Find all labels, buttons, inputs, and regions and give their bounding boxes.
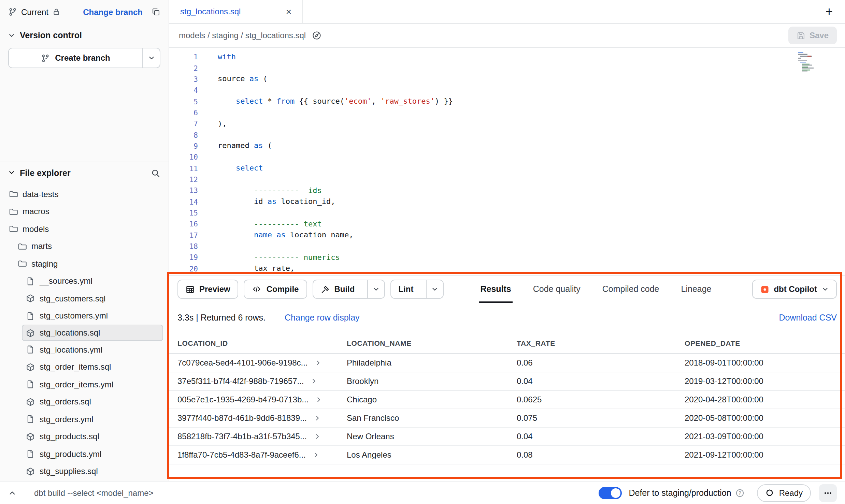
cell-location-id[interactable]: 37e5f311-b7f4-4f2f-988b-719657... bbox=[169, 372, 339, 390]
help-icon[interactable]: ? bbox=[735, 488, 745, 498]
cell[interactable]: 2018-09-01T00:00:00 bbox=[676, 353, 845, 372]
table-row[interactable]: 005e7e1c-1935-4269-b479-0713b...Chicago0… bbox=[169, 390, 845, 409]
cell[interactable]: 2020-04-28T00:00:00 bbox=[676, 390, 845, 409]
cell[interactable]: 0.0625 bbox=[509, 390, 676, 409]
cell[interactable]: 2021-09-12T00:00:00 bbox=[676, 445, 845, 464]
minimap[interactable] bbox=[797, 51, 820, 72]
cell[interactable]: Brooklyn bbox=[339, 372, 509, 390]
build-options-button[interactable] bbox=[367, 280, 384, 298]
ready-status-button[interactable]: Ready bbox=[757, 484, 811, 502]
expand-cell-icon[interactable] bbox=[315, 359, 321, 366]
tab-stg-locations-sql[interactable]: stg_locations.sql × bbox=[169, 0, 303, 23]
cell[interactable]: Los Angeles bbox=[339, 445, 509, 464]
code-line-6[interactable]: 6 bbox=[169, 107, 845, 118]
table-row[interactable]: 1f8ffa70-7cb5-4d83-8a7f-9aceef6...Los An… bbox=[169, 445, 845, 464]
tree-item-stg_customers.yml[interactable]: stg_customers.yml bbox=[0, 307, 163, 325]
lint-button[interactable]: Lint bbox=[391, 280, 421, 298]
command-input[interactable]: dbt build --select <model_name> bbox=[34, 488, 154, 498]
tree-item-stg_locations.yml[interactable]: stg_locations.yml bbox=[0, 341, 163, 358]
tree-item-stg_products.yml[interactable]: stg_products.yml bbox=[0, 445, 163, 463]
version-control-header[interactable]: Version control bbox=[0, 24, 169, 43]
table-row[interactable]: 37e5f311-b7f4-4f2f-988b-719657...Brookly… bbox=[169, 372, 845, 390]
close-tab-icon[interactable]: × bbox=[286, 7, 291, 16]
cell-location-id[interactable]: 3977f440-b87d-461b-9dd6-81839... bbox=[169, 409, 339, 427]
code-line-5[interactable]: 5 select * from {{ source('ecom', 'raw_s… bbox=[169, 96, 845, 107]
panel-tab-compiled-code[interactable]: Compiled code bbox=[591, 276, 670, 303]
code-line-4[interactable]: 4 bbox=[169, 85, 845, 96]
code-line-2[interactable]: 2 bbox=[169, 62, 845, 74]
panel-tab-lineage[interactable]: Lineage bbox=[670, 276, 722, 303]
table-row[interactable]: 858218fb-73f7-4b1b-a31f-57b345...New Orl… bbox=[169, 427, 845, 445]
cell[interactable]: 2021-03-09T00:00:00 bbox=[676, 427, 845, 445]
code-line-17[interactable]: 17 name as location_name, bbox=[169, 229, 845, 241]
cell[interactable]: 0.08 bbox=[509, 445, 676, 464]
preview-button[interactable]: Preview bbox=[177, 280, 239, 299]
code-line-19[interactable]: 19 ---------- numerics bbox=[169, 252, 845, 263]
code-line-13[interactable]: 13 ---------- ids bbox=[169, 185, 845, 196]
defer-toggle[interactable] bbox=[599, 487, 622, 499]
cell[interactable]: 0.06 bbox=[509, 353, 676, 372]
table-row[interactable]: 3977f440-b87d-461b-9dd6-81839...San Fran… bbox=[169, 409, 845, 427]
expand-cell-icon[interactable] bbox=[315, 396, 322, 403]
tree-item-data-tests[interactable]: data-tests bbox=[0, 186, 163, 203]
code-line-15[interactable]: 15 bbox=[169, 207, 845, 219]
code-line-18[interactable]: 18 bbox=[169, 241, 845, 252]
code-editor[interactable]: 1with23source as (45 select * from {{ so… bbox=[169, 48, 845, 275]
cell[interactable]: Chicago bbox=[339, 390, 509, 409]
tree-item-stg_orders.sql[interactable]: stg_orders.sql bbox=[0, 393, 163, 411]
cell[interactable]: 2019-03-12T00:00:00 bbox=[676, 372, 845, 390]
cell[interactable]: Philadelphia bbox=[339, 353, 509, 372]
dbt-copilot-button[interactable]: dbt Copilot bbox=[752, 280, 837, 299]
chevron-up-icon[interactable] bbox=[8, 489, 16, 497]
expand-cell-icon[interactable] bbox=[314, 414, 320, 421]
tree-item-stg_products.sql[interactable]: stg_products.sql bbox=[0, 428, 163, 445]
cell-location-id[interactable]: 005e7e1c-1935-4269-b479-0713b... bbox=[169, 390, 339, 409]
cell-location-id[interactable]: 1f8ffa70-7cb5-4d83-8a7f-9aceef6... bbox=[169, 445, 339, 464]
tree-item-stg_customers.sql[interactable]: stg_customers.sql bbox=[0, 290, 163, 307]
code-line-10[interactable]: 10 bbox=[169, 151, 845, 163]
cell[interactable]: San Francisco bbox=[339, 409, 509, 427]
code-line-8[interactable]: 8 bbox=[169, 129, 845, 140]
build-button[interactable]: Build bbox=[313, 280, 362, 298]
cell[interactable]: 0.075 bbox=[509, 409, 676, 427]
panel-tab-results[interactable]: Results bbox=[469, 276, 522, 303]
code-line-14[interactable]: 14 id as location_id, bbox=[169, 196, 845, 207]
tree-item-stg_order_items.yml[interactable]: stg_order_items.yml bbox=[0, 376, 163, 393]
lint-options-button[interactable] bbox=[426, 280, 443, 298]
create-branch-options-button[interactable] bbox=[142, 48, 160, 68]
tree-item-macros[interactable]: macros bbox=[0, 203, 163, 220]
copy-icon[interactable] bbox=[152, 8, 160, 16]
table-row[interactable]: 7c079cea-5ed4-4101-906e-9198c...Philadel… bbox=[169, 353, 845, 372]
code-line-20[interactable]: 20 tax_rate, bbox=[169, 263, 845, 274]
expand-cell-icon[interactable] bbox=[311, 377, 318, 384]
tree-item-stg_orders.yml[interactable]: stg_orders.yml bbox=[0, 411, 163, 428]
cell-location-id[interactable]: 858218fb-73f7-4b1b-a31f-57b345... bbox=[169, 427, 339, 445]
cell[interactable]: New Orleans bbox=[339, 427, 509, 445]
download-csv-link[interactable]: Download CSV bbox=[779, 313, 837, 323]
more-options-button[interactable] bbox=[819, 484, 837, 502]
current-branch-label[interactable]: Current bbox=[21, 7, 48, 17]
tree-item-stg_locations.sql[interactable]: stg_locations.sql bbox=[22, 325, 163, 341]
code-line-9[interactable]: 9renamed as ( bbox=[169, 140, 845, 152]
search-icon[interactable] bbox=[151, 168, 160, 178]
tree-item-models[interactable]: models bbox=[0, 220, 163, 238]
change-row-display-link[interactable]: Change row display bbox=[285, 313, 360, 323]
change-branch-link[interactable]: Change branch bbox=[83, 7, 143, 17]
breadcrumb-compass-icon[interactable] bbox=[312, 31, 321, 40]
code-line-11[interactable]: 11 select bbox=[169, 163, 845, 174]
tree-item-__sources.yml[interactable]: __sources.yml bbox=[0, 272, 163, 290]
code-line-12[interactable]: 12 bbox=[169, 174, 845, 185]
code-line-1[interactable]: 1with bbox=[169, 51, 845, 62]
expand-cell-icon[interactable] bbox=[314, 433, 320, 440]
cell[interactable]: 2020-05-08T00:00:00 bbox=[676, 409, 845, 427]
code-line-3[interactable]: 3source as ( bbox=[169, 73, 845, 85]
file-explorer-header[interactable]: File explorer bbox=[0, 162, 169, 184]
tree-item-marts[interactable]: marts bbox=[0, 238, 163, 255]
save-button[interactable]: Save bbox=[788, 27, 837, 44]
tree-item-stg_order_items.sql[interactable]: stg_order_items.sql bbox=[0, 358, 163, 376]
expand-cell-icon[interactable] bbox=[313, 451, 319, 458]
tree-item-stg_supplies.sql[interactable]: stg_supplies.sql bbox=[0, 463, 163, 480]
compile-button[interactable]: Compile bbox=[244, 280, 307, 299]
cell-location-id[interactable]: 7c079cea-5ed4-4101-906e-9198c... bbox=[169, 353, 339, 372]
code-line-7[interactable]: 7), bbox=[169, 118, 845, 129]
